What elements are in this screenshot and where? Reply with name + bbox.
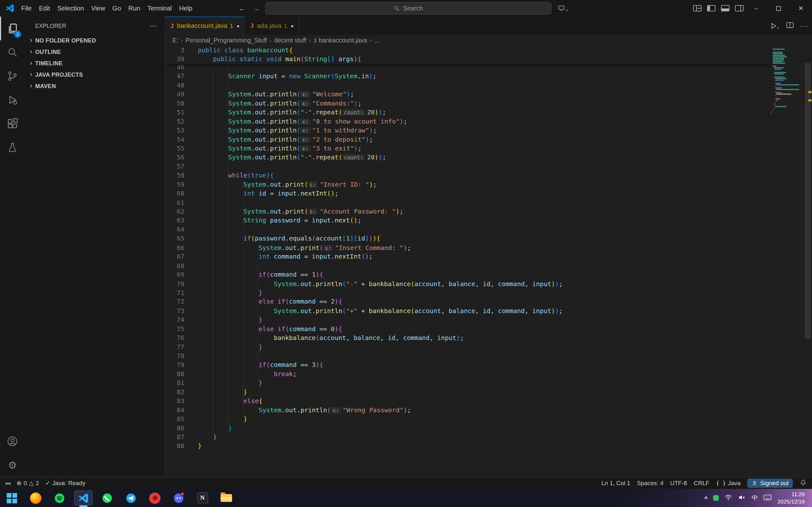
section-outline[interactable]: › OUTLINE bbox=[25, 46, 165, 57]
ime-indicator[interactable]: 中 bbox=[752, 494, 758, 503]
code-line[interactable]: 70 System.out.println("-" + bankbalance(… bbox=[165, 279, 812, 288]
toggle-primary-sidebar-icon[interactable] bbox=[707, 5, 716, 12]
breadcrumb-folder[interactable]: decent stuff bbox=[274, 37, 306, 44]
code-editor[interactable]: 4647 Scanner input = new Scanner(System.… bbox=[165, 46, 812, 477]
line-number[interactable]: 80 bbox=[165, 370, 184, 379]
line-number[interactable]: 50 bbox=[165, 99, 184, 108]
minimize-button[interactable]: – bbox=[745, 0, 767, 16]
section-java-projects[interactable]: › JAVA PROJECTS bbox=[25, 69, 165, 80]
signed-out-status[interactable]: Signed out bbox=[747, 478, 793, 488]
line-number[interactable]: 39 bbox=[165, 55, 184, 64]
line-number[interactable]: 82 bbox=[165, 388, 184, 397]
line-number[interactable]: 49 bbox=[165, 90, 184, 99]
telegram-app[interactable] bbox=[119, 489, 143, 507]
activity-extensions[interactable] bbox=[0, 112, 25, 135]
problems-status[interactable]: ⊗0 △2 bbox=[16, 480, 39, 487]
code-line[interactable]: 52 System.out.println(x:"0 to show acoun… bbox=[165, 117, 812, 126]
more-actions-button[interactable]: ··· bbox=[800, 21, 809, 30]
line-number[interactable]: 81 bbox=[165, 379, 184, 388]
activity-explorer[interactable]: 2 bbox=[0, 16, 25, 40]
line-number[interactable]: 86 bbox=[165, 424, 184, 433]
code-line[interactable]: 69 if(command == 1){ bbox=[165, 271, 812, 279]
code-line[interactable]: 64 bbox=[165, 226, 812, 234]
section-maven[interactable]: › MAVEN bbox=[25, 80, 165, 92]
menu-edit[interactable]: Edit bbox=[35, 0, 54, 16]
code-line[interactable]: 85 } bbox=[165, 415, 812, 424]
menu-go[interactable]: Go bbox=[109, 0, 125, 16]
code-line[interactable]: 86 } bbox=[165, 424, 812, 433]
code-line[interactable]: 88} bbox=[165, 442, 812, 451]
sticky-scroll[interactable]: 3public class bankaccount{39 public stat… bbox=[165, 46, 771, 64]
language-mode[interactable]: { } Java bbox=[716, 480, 741, 487]
code-line[interactable]: 66 System.out.print(s:"Insert Command: "… bbox=[165, 244, 812, 252]
remote-indicator[interactable]: >< bbox=[5, 481, 10, 486]
file-explorer-app[interactable] bbox=[214, 489, 238, 507]
code-line[interactable]: 82 } bbox=[165, 388, 812, 397]
section-no-folder-opened[interactable]: › NO FOLDER OPENED bbox=[25, 35, 165, 46]
breadcrumb-file[interactable]: bankaccount.java bbox=[319, 37, 367, 44]
line-number[interactable]: 83 bbox=[165, 397, 184, 406]
code-line[interactable]: 3public class bankaccount{ bbox=[165, 46, 771, 55]
menu-run[interactable]: Run bbox=[125, 0, 144, 16]
code-line[interactable]: 60 int id = input.nextInt(); bbox=[165, 189, 812, 199]
vscode-app[interactable] bbox=[71, 489, 95, 507]
line-number[interactable]: 70 bbox=[165, 279, 184, 288]
code-line[interactable]: 51 System.out.println("-".repeat(count:2… bbox=[165, 108, 812, 117]
line-number[interactable]: 76 bbox=[165, 334, 184, 343]
code-line[interactable]: 68 bbox=[165, 262, 812, 271]
line-number[interactable]: 74 bbox=[165, 316, 184, 325]
line-number[interactable]: 88 bbox=[165, 442, 184, 451]
code-line[interactable]: 81 } bbox=[165, 379, 812, 388]
line-number[interactable]: 64 bbox=[165, 226, 184, 234]
line-number[interactable]: 68 bbox=[165, 262, 184, 271]
line-number[interactable]: 46 bbox=[165, 63, 184, 72]
touch-keyboard-icon[interactable] bbox=[763, 493, 772, 503]
volume-muted-icon[interactable] bbox=[738, 493, 746, 503]
eol-sequence[interactable]: CRLF bbox=[694, 480, 709, 487]
maximize-button[interactable] bbox=[768, 0, 790, 16]
line-number[interactable]: 54 bbox=[165, 135, 184, 144]
code-line[interactable]: 54 System.out.println(x:"2 to deposit"); bbox=[165, 135, 812, 144]
code-line[interactable]: 71 } bbox=[165, 289, 812, 297]
discord-app[interactable] bbox=[167, 489, 191, 507]
line-number[interactable]: 78 bbox=[165, 352, 184, 360]
breadcrumb-drive[interactable]: E: bbox=[172, 37, 179, 44]
encoding[interactable]: UTF-8 bbox=[670, 480, 687, 487]
toggle-panel-icon[interactable] bbox=[721, 5, 730, 12]
code-line[interactable]: 63 String password = input.next(); bbox=[165, 216, 812, 225]
code-line[interactable]: 55 System.out.println(x:"3 to exit"); bbox=[165, 144, 812, 153]
start-button[interactable] bbox=[0, 489, 24, 507]
code-line[interactable]: 48 bbox=[165, 81, 812, 90]
wifi-icon[interactable] bbox=[725, 493, 732, 503]
code-line[interactable]: 78 bbox=[165, 352, 812, 360]
line-number[interactable]: 63 bbox=[165, 216, 184, 225]
activity-accounts[interactable] bbox=[0, 429, 25, 453]
code-line[interactable]: 83 else{ bbox=[165, 397, 812, 406]
menu-help[interactable]: Help bbox=[175, 0, 196, 16]
tab-bankaccount-java[interactable]: J bankaccount.java 1 ● bbox=[165, 16, 245, 35]
spotify-app[interactable] bbox=[48, 489, 71, 507]
line-number[interactable]: 60 bbox=[165, 189, 184, 199]
code-line[interactable]: 61 bbox=[165, 199, 812, 207]
line-number[interactable]: 66 bbox=[165, 244, 184, 252]
forward-arrow-icon[interactable]: → bbox=[253, 0, 260, 16]
line-number[interactable]: 72 bbox=[165, 297, 184, 306]
line-number[interactable]: 67 bbox=[165, 252, 184, 262]
line-number[interactable]: 58 bbox=[165, 171, 184, 180]
toggle-secondary-sidebar-icon[interactable] bbox=[735, 5, 744, 12]
line-number[interactable]: 85 bbox=[165, 415, 184, 424]
menu-terminal[interactable]: Terminal bbox=[144, 0, 175, 16]
line-number[interactable]: 47 bbox=[165, 72, 184, 81]
line-number[interactable]: 77 bbox=[165, 343, 184, 352]
activity-search[interactable] bbox=[0, 40, 25, 64]
line-number[interactable]: 62 bbox=[165, 208, 184, 216]
customize-layout-icon[interactable] bbox=[693, 5, 702, 12]
notifications-bell-icon[interactable] bbox=[800, 479, 807, 487]
code-line[interactable]: 49 System.out.println(x:"Welcome"); bbox=[165, 90, 812, 99]
indentation[interactable]: Spaces: 4 bbox=[637, 480, 664, 487]
tab-dirty-indicator[interactable]: ● bbox=[291, 23, 294, 28]
activity-testing[interactable] bbox=[0, 135, 25, 159]
breadcrumb-symbol[interactable]: … bbox=[374, 37, 380, 44]
code-line[interactable]: 72 else if(command == 2){ bbox=[165, 297, 812, 306]
back-arrow-icon[interactable]: ← bbox=[238, 0, 246, 16]
